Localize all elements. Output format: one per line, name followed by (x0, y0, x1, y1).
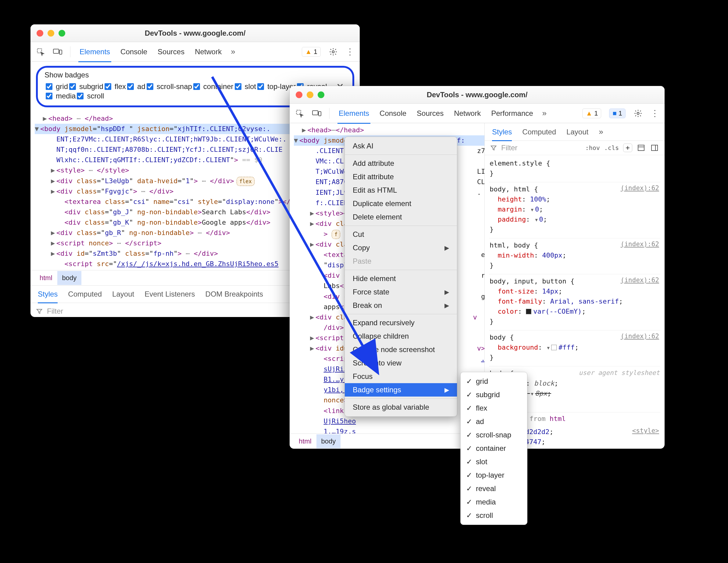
badge-checkbox-media[interactable]: media (45, 92, 76, 100)
inspect-icon[interactable] (295, 109, 304, 118)
badge-checkbox-scroll[interactable]: scroll (76, 92, 104, 100)
menu-hide[interactable]: Hide element (345, 272, 457, 285)
checkbox[interactable] (147, 83, 153, 90)
checkbox[interactable] (235, 83, 241, 90)
dom-node[interactable]: 1.…19z,s (294, 426, 484, 433)
submenu-item-top-layer[interactable]: ✓top-layer (461, 469, 527, 482)
gear-icon[interactable] (329, 47, 338, 56)
tab-network[interactable]: Network (453, 103, 482, 124)
menu-scroll-into-view[interactable]: Scroll into view (345, 356, 457, 370)
checkbox[interactable] (257, 83, 264, 90)
prop[interactable]: padding (498, 216, 526, 223)
submenu-item-reveal[interactable]: ✓reveal (461, 482, 527, 495)
badge-checkbox-ad[interactable]: ad (126, 82, 145, 91)
prop[interactable]: background (498, 344, 538, 351)
source-link[interactable]: (index):62 (621, 332, 659, 341)
warn-badge[interactable]: ▲1 (582, 109, 601, 118)
tab-sources[interactable]: Sources (156, 41, 186, 62)
prop[interactable]: color (498, 308, 518, 315)
min-dot[interactable] (48, 30, 54, 37)
menu-ask-ai[interactable]: Ask AI (345, 139, 457, 153)
tab-performance[interactable]: Performance (490, 103, 534, 124)
rule-body-input-button[interactable]: (index):62 body, input, button { font-si… (489, 274, 660, 330)
menu-break-on[interactable]: Break on▶ (345, 299, 457, 312)
prop[interactable]: min-width (498, 251, 534, 259)
breadcrumb[interactable]: html body (290, 433, 484, 449)
rule-body-html[interactable]: (index):62 body, html { height: 100%; ma… (489, 182, 660, 238)
more-tabs-icon[interactable]: » (542, 109, 547, 118)
max-dot[interactable] (318, 91, 324, 98)
subtab-computed[interactable]: Computed (68, 290, 102, 298)
source-link[interactable]: <style> (632, 426, 659, 436)
crumb-html[interactable]: html (294, 434, 316, 448)
subtab-dom-breakpoints[interactable]: DOM Breakpoints (205, 290, 263, 298)
color-swatch[interactable] (551, 345, 557, 350)
tab-console[interactable]: Console (119, 41, 148, 62)
crumb-body[interactable]: body (57, 271, 82, 285)
badge-submenu[interactable]: ✓grid✓subgrid✓flex✓ad✓scroll-snap✓contai… (460, 372, 527, 525)
dom-node[interactable]: UjRi5heo .B (294, 416, 484, 426)
context-menu[interactable]: Ask AI Add attribute Edit attribute Edit… (344, 137, 457, 417)
source-link[interactable]: (index):62 (621, 276, 659, 285)
submenu-item-subgrid[interactable]: ✓subgrid (461, 388, 527, 401)
cls-toggle[interactable]: .cls (604, 144, 619, 151)
kebab-icon[interactable]: ⋮ (346, 47, 354, 57)
close-dot[interactable] (296, 91, 302, 98)
menu-capture[interactable]: Capture node screenshot (345, 343, 457, 356)
more-tabs-icon[interactable]: » (231, 47, 235, 56)
subtab-layout[interactable]: Layout (566, 128, 588, 136)
tab-sources[interactable]: Sources (416, 103, 445, 124)
menu-delete[interactable]: Delete element (345, 210, 457, 224)
checkbox[interactable] (69, 83, 76, 90)
rule-element-style[interactable]: element.style { } (489, 156, 660, 182)
val[interactable]: 14px (542, 287, 558, 295)
val[interactable]: 0 (535, 205, 539, 213)
submenu-item-media[interactable]: ✓media (461, 495, 527, 509)
more-subtabs-icon[interactable]: » (599, 127, 603, 137)
badge-checkbox-grid[interactable]: grid (45, 82, 68, 91)
subtab-styles[interactable]: Styles (38, 285, 58, 303)
submenu-item-flex[interactable]: ✓flex (461, 401, 527, 415)
prop[interactable]: font-family (498, 298, 542, 305)
checkbox[interactable] (46, 83, 52, 90)
tab-elements[interactable]: Elements (78, 41, 111, 62)
prop[interactable]: height (498, 195, 522, 203)
menu-edit-attribute[interactable]: Edit attribute (345, 170, 457, 184)
badge-checkbox-subgrid[interactable]: subgrid (68, 82, 103, 91)
subtab-computed[interactable]: Computed (522, 128, 556, 136)
prop[interactable]: margin (498, 205, 522, 213)
device-icon[interactable] (312, 109, 321, 118)
menu-collapse[interactable]: Collapse children (345, 330, 457, 343)
menu-copy[interactable]: Copy▶ (345, 241, 457, 255)
prop[interactable]: font-size (498, 287, 534, 295)
menu-duplicate[interactable]: Duplicate element (345, 197, 457, 210)
filter-input[interactable]: Filter (501, 144, 581, 152)
close-dot[interactable] (37, 30, 43, 37)
subtab-layout[interactable]: Layout (112, 290, 134, 298)
max-dot[interactable] (59, 30, 65, 37)
tab-elements[interactable]: Elements (337, 103, 370, 124)
device-icon[interactable] (53, 47, 62, 56)
hov-toggle[interactable]: :hov (585, 144, 600, 151)
rule-html-body[interactable]: (index):62 html, body { min-width: 400px… (489, 238, 660, 274)
inspect-icon[interactable] (36, 47, 45, 56)
menu-expand[interactable]: Expand recursively (345, 316, 457, 330)
submenu-item-slot[interactable]: ✓slot (461, 455, 527, 469)
filter-icon[interactable] (490, 144, 497, 151)
checkbox[interactable] (77, 93, 84, 99)
dom-node[interactable]: ▶<head>⋯</head> (294, 125, 484, 135)
checkbox[interactable] (127, 83, 134, 90)
val[interactable]: var(--COEmY) (533, 308, 582, 315)
info-badge[interactable]: ■1 (609, 109, 626, 118)
menu-badge-settings[interactable]: Badge settings▶ (345, 383, 457, 397)
warn-badge[interactable]: ▲1 (302, 47, 321, 57)
sidebar-icon[interactable] (650, 143, 659, 152)
checkbox[interactable] (105, 83, 111, 90)
color-swatch[interactable] (526, 309, 531, 314)
crumb-body[interactable]: body (316, 434, 341, 448)
checkbox[interactable] (46, 93, 52, 99)
kebab-icon[interactable]: ⋮ (651, 108, 659, 118)
badge-checkbox-slot[interactable]: slot (234, 82, 256, 91)
filter-icon[interactable] (36, 308, 43, 315)
submenu-item-scroll-snap[interactable]: ✓scroll-snap (461, 428, 527, 442)
